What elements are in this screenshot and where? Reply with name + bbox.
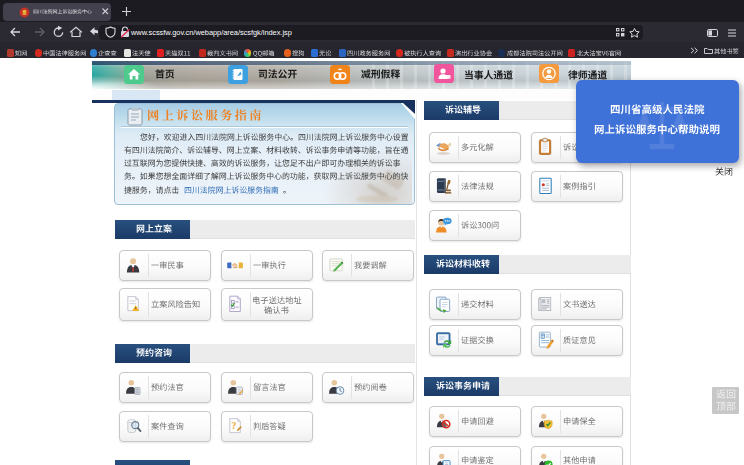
svg-text:?: ? xyxy=(231,420,236,431)
